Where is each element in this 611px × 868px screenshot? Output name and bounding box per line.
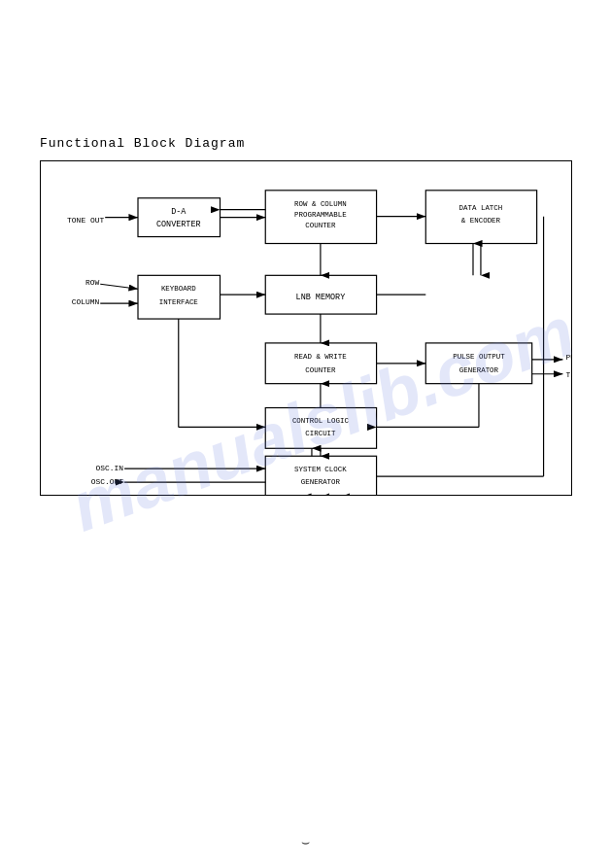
svg-text:PROGRAMMABLE: PROGRAMMABLE bbox=[294, 211, 347, 219]
svg-text:T/P MUTE: T/P MUTE bbox=[565, 370, 571, 379]
svg-text:CONTROL LOGIC: CONTROL LOGIC bbox=[292, 417, 350, 425]
svg-text:SYSTEM CLOCK: SYSTEM CLOCK bbox=[294, 466, 347, 473]
svg-rect-4 bbox=[138, 198, 221, 237]
svg-text:ROW: ROW bbox=[85, 278, 100, 287]
svg-text:& ENCODER: & ENCODER bbox=[461, 217, 501, 225]
svg-text:TONE OUT: TONE OUT bbox=[67, 216, 104, 225]
svg-text:LNB MEMORY: LNB MEMORY bbox=[296, 293, 346, 302]
svg-text:OSC.IN: OSC.IN bbox=[96, 464, 124, 472]
svg-rect-22 bbox=[425, 343, 531, 384]
svg-text:OSC.OUT: OSC.OUT bbox=[91, 477, 124, 486]
svg-text:GENERATOR: GENERATOR bbox=[301, 478, 341, 486]
svg-text:READ & WRITE: READ & WRITE bbox=[294, 353, 347, 361]
page-bottom-indicator: ⌣ bbox=[301, 835, 310, 851]
svg-rect-28 bbox=[265, 456, 376, 495]
svg-rect-25 bbox=[265, 408, 376, 449]
svg-text:CIRCUIT: CIRCUIT bbox=[305, 430, 336, 437]
svg-line-34 bbox=[100, 284, 138, 289]
svg-text:DATA LATCH: DATA LATCH bbox=[459, 204, 503, 212]
svg-text:COUNTER: COUNTER bbox=[305, 366, 336, 374]
svg-text:KEYBOARD: KEYBOARD bbox=[161, 285, 196, 293]
svg-text:ROW & COLUMN: ROW & COLUMN bbox=[294, 200, 347, 208]
svg-text:COLUMN: COLUMN bbox=[72, 297, 100, 306]
svg-rect-14 bbox=[138, 275, 221, 319]
svg-text:D-A: D-A bbox=[171, 207, 187, 217]
svg-text:CONVERTER: CONVERTER bbox=[156, 220, 201, 229]
page-title: Functional Block Diagram bbox=[40, 136, 245, 151]
svg-text:INTERFACE: INTERFACE bbox=[159, 298, 199, 306]
diagram-container: text { font-family: 'Courier New', Couri… bbox=[40, 160, 572, 496]
svg-text:GENERATOR: GENERATOR bbox=[459, 366, 499, 374]
svg-text:PULSE OUTPUT: PULSE OUTPUT bbox=[453, 353, 505, 361]
svg-text:PULSE OUT: PULSE OUT bbox=[565, 353, 571, 362]
svg-rect-19 bbox=[265, 343, 376, 384]
svg-text:COUNTER: COUNTER bbox=[305, 222, 336, 229]
